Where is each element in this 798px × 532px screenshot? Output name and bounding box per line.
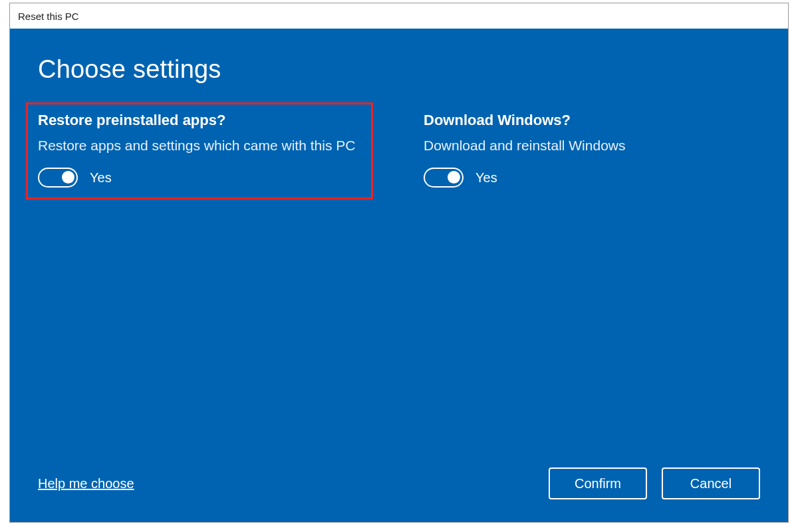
- restore-apps-block: Restore preinstalled apps? Restore apps …: [38, 112, 370, 188]
- button-row: Confirm Cancel: [549, 467, 760, 499]
- download-windows-toggle[interactable]: [424, 168, 464, 188]
- dialog-footer: Help me choose Confirm Cancel: [38, 467, 760, 499]
- cancel-button[interactable]: Cancel: [662, 467, 760, 499]
- download-windows-block: Download Windows? Download and reinstall…: [424, 112, 756, 188]
- page-title: Choose settings: [38, 55, 760, 84]
- toggle-knob: [62, 171, 74, 184]
- confirm-button[interactable]: Confirm: [549, 467, 647, 499]
- dialog-content: Choose settings Restore preinstalled app…: [10, 29, 788, 522]
- download-windows-description: Download and reinstall Windows: [424, 136, 756, 156]
- download-windows-toggle-row: Yes: [424, 168, 756, 188]
- help-me-choose-link[interactable]: Help me choose: [38, 476, 134, 491]
- titlebar: Reset this PC: [10, 3, 788, 29]
- download-windows-title: Download Windows?: [424, 112, 756, 129]
- dialog-window: Reset this PC Choose settings Restore pr…: [9, 3, 789, 523]
- restore-apps-toggle-label: Yes: [90, 170, 112, 186]
- download-windows-toggle-label: Yes: [475, 170, 497, 186]
- settings-row: Restore preinstalled apps? Restore apps …: [38, 112, 760, 188]
- restore-apps-toggle-row: Yes: [38, 168, 370, 188]
- restore-apps-description: Restore apps and settings which came wit…: [38, 136, 370, 156]
- restore-apps-title: Restore preinstalled apps?: [38, 112, 370, 129]
- toggle-knob: [448, 171, 460, 184]
- restore-apps-toggle[interactable]: [38, 168, 78, 188]
- window-title: Reset this PC: [18, 11, 79, 22]
